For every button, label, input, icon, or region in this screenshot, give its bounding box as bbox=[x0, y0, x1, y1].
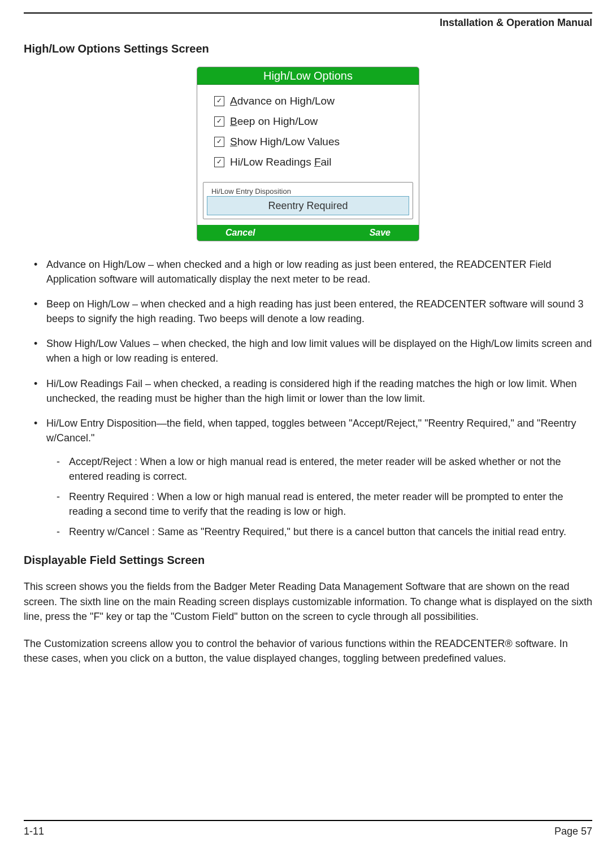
section-heading-displayable: Displayable Field Settings Screen bbox=[24, 554, 592, 567]
dash-item: Accept/Reject : When a low or high manua… bbox=[46, 454, 592, 484]
checkbox-row-show[interactable]: ✓ Show High/Low Values bbox=[214, 136, 412, 148]
dash-list: Accept/Reject : When a low or high manua… bbox=[46, 454, 592, 539]
paragraph: The Customization screens allow you to c… bbox=[24, 636, 592, 666]
checkbox-label: Show High/Low Values bbox=[230, 136, 340, 148]
bullet-item: Hi/Low Readings Fail – when checked, a r… bbox=[24, 376, 592, 406]
panel-title: High/Low Options bbox=[197, 67, 419, 85]
doc-title: Installation & Operation Manual bbox=[440, 17, 592, 29]
checkbox-beep[interactable]: ✓ bbox=[214, 116, 224, 127]
checkbox-fail[interactable]: ✓ bbox=[214, 157, 224, 167]
bullet-item: Hi/Low Entry Disposition—the field, when… bbox=[24, 416, 592, 540]
checkbox-row-beep[interactable]: ✓ Beep on High/Low bbox=[214, 115, 412, 128]
paragraph: This screen shows you the fields from th… bbox=[24, 579, 592, 623]
checkbox-row-advance[interactable]: ✓ Advance on High/Low bbox=[214, 95, 412, 107]
checkbox-show[interactable]: ✓ bbox=[214, 137, 224, 147]
disposition-fieldset: Hi/Low Entry Disposition Reentry Require… bbox=[203, 182, 413, 219]
dash-item: Reentry w/Cancel : Same as "Reentry Requ… bbox=[46, 524, 592, 539]
footer-left: 1-11 bbox=[24, 826, 44, 837]
checkbox-label: Beep on High/Low bbox=[230, 115, 318, 128]
top-rule bbox=[24, 12, 592, 14]
disposition-legend: Hi/Low Entry Disposition bbox=[209, 187, 293, 196]
checkbox-advance[interactable]: ✓ bbox=[214, 96, 224, 106]
bullet-item: Advance on High/Low – when checked and a… bbox=[24, 257, 592, 286]
checkbox-label: Hi/Low Readings Fail bbox=[230, 156, 332, 168]
bullet-item: Beep on High/Low – when checked and a hi… bbox=[24, 297, 592, 326]
dash-item: Reentry Required : When a low or high ma… bbox=[46, 489, 592, 519]
section-heading-highlow: High/Low Options Settings Screen bbox=[24, 42, 592, 55]
save-button[interactable]: Save bbox=[370, 228, 391, 238]
bullet-item: Show High/Low Values – when checked, the… bbox=[24, 336, 592, 366]
checkbox-label: Advance on High/Low bbox=[230, 95, 335, 107]
footer-right: Page 57 bbox=[554, 826, 592, 837]
bullet-list: Advance on High/Low – when checked and a… bbox=[24, 257, 592, 549]
checkbox-row-fail[interactable]: ✓ Hi/Low Readings Fail bbox=[214, 156, 412, 168]
disposition-field[interactable]: Reentry Required bbox=[207, 196, 409, 215]
highlow-options-panel: High/Low Options ✓ Advance on High/Low ✓… bbox=[197, 67, 419, 241]
cancel-button[interactable]: Cancel bbox=[225, 228, 255, 238]
